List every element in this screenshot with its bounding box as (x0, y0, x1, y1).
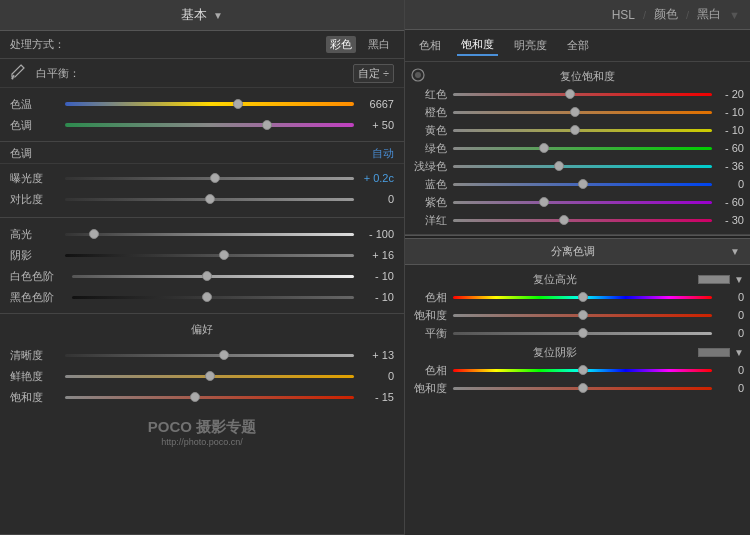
wb-label: 白平衡： (36, 66, 353, 81)
tint-slider[interactable] (65, 118, 354, 132)
process-color[interactable]: 彩色 (326, 36, 356, 53)
hsl-label-7: 洋红 (411, 213, 453, 228)
shadow-reset-row: 复位阴影 ▼ (411, 345, 744, 360)
vibrance-slider[interactable] (65, 369, 354, 383)
hsl-sat-row-2: 黄色 - 10 (411, 122, 744, 138)
hsl-sat-row-7: 洋红 - 30 (411, 212, 744, 228)
balance-slider[interactable] (453, 326, 712, 340)
highlight-sat-slider[interactable] (453, 308, 712, 322)
temperature-slider[interactable] (65, 97, 354, 111)
highlight-sat-value: 0 (712, 309, 744, 321)
process-bw[interactable]: 黑白 (364, 36, 394, 53)
exposure-row: 曝光度 + 0.2c (10, 169, 394, 187)
saturation-reset-label: 复位饱和度 (431, 69, 744, 84)
tone-section-label: 色调 (10, 146, 32, 161)
hsl-label-1: 橙色 (411, 105, 453, 120)
white-clip-value: - 10 (354, 270, 394, 282)
shadow-sat-label: 饱和度 (411, 381, 453, 396)
hsl-value-1: - 10 (712, 106, 744, 118)
balance-label: 平衡 (411, 326, 453, 341)
shadow-hue-label: 色相 (411, 363, 453, 378)
contrast-slider[interactable] (65, 192, 354, 206)
bw-header-item[interactable]: 黑白 (697, 6, 721, 23)
wb-value[interactable]: 自定 ÷ (353, 64, 394, 83)
shadow-sat-slider[interactable] (453, 381, 712, 395)
hsl-slider-1[interactable] (453, 105, 712, 119)
temp-tint-section: 色温 6667 色调 + 50 (0, 88, 404, 142)
tab-all[interactable]: 全部 (563, 36, 593, 55)
tone-section: 曝光度 + 0.2c 对比度 0 (0, 163, 404, 218)
left-panel-header: 基本 ▼ (0, 0, 404, 31)
split-toning-title: 分离色调 (415, 244, 730, 259)
hsl-slider-4[interactable] (453, 159, 712, 173)
white-clip-label: 白色色阶 (10, 269, 72, 284)
hsl-label-5: 蓝色 (411, 177, 453, 192)
highlight-value: - 100 (354, 228, 394, 240)
temperature-row: 色温 6667 (10, 95, 394, 113)
svg-point-1 (12, 78, 14, 80)
hsl-saturation-section: 复位饱和度 红色 - 20 橙色 - 10 黄色 (405, 62, 750, 235)
hsl-value-4: - 36 (712, 160, 744, 172)
balance-value: 0 (712, 327, 744, 339)
hsl-slider-6[interactable] (453, 195, 712, 209)
clarity-label: 清晰度 (10, 348, 65, 363)
hsl-value-7: - 30 (712, 214, 744, 226)
shadow-sat-value: 0 (712, 382, 744, 394)
shadow-hue-slider[interactable] (453, 363, 712, 377)
white-clip-slider[interactable] (72, 269, 354, 283)
highlight-color-box (698, 275, 730, 284)
hsl-value-3: - 60 (712, 142, 744, 154)
clarity-value: + 13 (354, 349, 394, 361)
shadow-row: 阴影 + 16 (10, 246, 394, 264)
svg-point-3 (415, 72, 421, 78)
white-balance-row: 白平衡： 自定 ÷ (0, 59, 404, 88)
black-clip-row: 黑色色阶 - 10 (10, 288, 394, 306)
saturation-value: - 15 (354, 391, 394, 403)
exposure-slider[interactable] (65, 171, 354, 185)
contrast-value: 0 (354, 193, 394, 205)
preference-section: 清晰度 + 13 鲜艳度 0 饱和度 (0, 341, 404, 535)
clarity-row: 清晰度 + 13 (10, 346, 394, 364)
black-clip-slider[interactable] (72, 290, 354, 304)
highlight-row: 高光 - 100 (10, 225, 394, 243)
highlight-hue-slider[interactable] (453, 290, 712, 304)
tone-header-row: 色调 自动 (0, 142, 404, 163)
vibrance-value: 0 (354, 370, 394, 382)
tab-saturation[interactable]: 饱和度 (457, 35, 498, 56)
highlight-reset-label: 复位高光 (411, 272, 698, 287)
hsl-slider-7[interactable] (453, 213, 712, 227)
hsl-sat-row-5: 蓝色 0 (411, 176, 744, 192)
saturation-slider[interactable] (65, 390, 354, 404)
shadow-reset-label: 复位阴影 (411, 345, 698, 360)
exposure-label: 曝光度 (10, 171, 65, 186)
hsl-slider-3[interactable] (453, 141, 712, 155)
hsl-sat-row-4: 浅绿色 - 36 (411, 158, 744, 174)
highlight-slider[interactable] (65, 227, 354, 241)
preference-label: 偏好 (10, 318, 394, 339)
hsl-tabs: 色相 饱和度 明亮度 全部 (405, 30, 750, 62)
hsl-slider-0[interactable] (453, 87, 712, 101)
temperature-label: 色温 (10, 97, 65, 112)
split-toning-section: 复位高光 ▼ 色相 0 饱和度 (405, 265, 750, 535)
tab-luminance[interactable]: 明亮度 (510, 36, 551, 55)
shadow-hue-value: 0 (712, 364, 744, 376)
hsl-label-6: 紫色 (411, 195, 453, 210)
hsl-header-item[interactable]: HSL (612, 8, 635, 22)
hsl-slider-2[interactable] (453, 123, 712, 137)
hsl-sat-rows: 红色 - 20 橙色 - 10 黄色 - 10 (411, 86, 744, 228)
process-row: 处理方式： 彩色 黑白 (0, 31, 404, 59)
vibrance-label: 鲜艳度 (10, 369, 65, 384)
tab-hue[interactable]: 色相 (415, 36, 445, 55)
tone-auto-button[interactable]: 自动 (372, 146, 394, 161)
color-header-item[interactable]: 颜色 (654, 6, 678, 23)
contrast-row: 对比度 0 (10, 190, 394, 208)
clarity-slider[interactable] (65, 348, 354, 362)
hsl-slider-5[interactable] (453, 177, 712, 191)
highlight-sat-row: 饱和度 0 (411, 307, 744, 323)
hsl-label-0: 红色 (411, 87, 453, 102)
eyedropper-icon (10, 63, 30, 83)
black-clip-value: - 10 (354, 291, 394, 303)
saturation-label: 饱和度 (10, 390, 65, 405)
highlight-hue-value: 0 (712, 291, 744, 303)
shadow-slider[interactable] (65, 248, 354, 262)
